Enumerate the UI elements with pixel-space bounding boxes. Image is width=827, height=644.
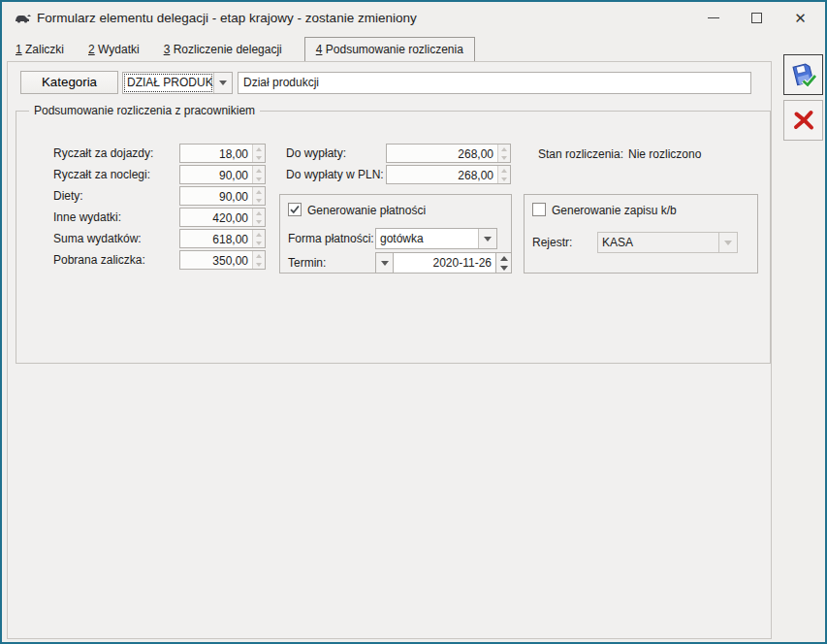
spin-up-icon[interactable] — [496, 253, 511, 263]
spinner-icon — [497, 166, 510, 183]
field-suma-wydatkow[interactable]: 618,00 — [179, 229, 266, 248]
termin-date-field[interactable]: 2020-11-26 — [393, 252, 496, 274]
rejestr-value: KASA — [598, 233, 718, 252]
spinner-icon — [252, 230, 265, 247]
checkmark-icon — [289, 204, 301, 215]
label-ryczalt-dojazdy: Ryczałt za dojazdy: — [53, 146, 153, 160]
save-button[interactable] — [783, 54, 823, 95]
spinner-icon — [497, 145, 510, 162]
category-description-input[interactable]: Dział produkcji — [238, 72, 751, 94]
field-ryczalt-dojazdy[interactable]: 18,00 — [179, 144, 266, 163]
tab-podsumowanie-rozliczenia[interactable]: 4 Podsumowanie rozliczenia — [304, 37, 475, 63]
spinner-icon — [252, 187, 265, 205]
label-suma-wydatkow: Suma wydatków: — [53, 232, 142, 245]
label-inne-wydatki: Inne wydatki: — [53, 210, 121, 224]
forma-platnosci-arrow-button[interactable] — [478, 229, 496, 248]
value-stan-rozliczenia: Nie rozliczono — [628, 147, 701, 161]
payment-groupbox: Generowanie płatności Forma płatności: g… — [279, 194, 512, 274]
cancel-button[interactable] — [783, 100, 823, 141]
spin-down-icon[interactable] — [496, 263, 511, 273]
chevron-down-icon — [724, 241, 732, 245]
kb-groupbox: Generowanie zapisu k/b Rejestr: KASA — [524, 194, 758, 274]
spinner-icon — [252, 166, 265, 183]
kategoria-button[interactable]: Kategoria — [20, 71, 118, 94]
title-bar: Formularz elementu delegacji - etap kraj… — [2, 2, 825, 34]
label-do-wyplaty-pln: Do wypłaty w PLN: — [286, 168, 384, 181]
delegation-car-icon — [14, 13, 31, 24]
field-inne-wydatki[interactable]: 420,00 — [179, 208, 266, 227]
tab-wydatki[interactable]: 2 Wydatki — [86, 38, 142, 62]
label-pobrana-zaliczka: Pobrana zaliczka: — [53, 253, 145, 267]
label-stan-rozliczenia: Stan rozliczenia: — [538, 147, 623, 161]
chevron-down-icon — [219, 80, 227, 85]
category-code-value: DZIAŁ PRODUKCJI — [123, 73, 213, 93]
tab-bar: 1 Zaliczki 2 Wydatki 3 Rozliczenie deleg… — [14, 38, 475, 62]
field-do-wyplaty-pln[interactable]: 268,00 — [386, 165, 511, 184]
chevron-down-icon — [381, 261, 389, 266]
summary-group-title: Podsumowanie rozliczenia z pracownikiem — [29, 104, 260, 117]
tab-rozliczenie-delegacji[interactable]: 3 Rozliczenie delegacji — [162, 38, 284, 62]
save-floppy-icon — [789, 60, 818, 89]
rejestr-arrow-button — [718, 233, 737, 252]
maximize-button[interactable] — [735, 2, 779, 34]
field-pobrana-zaliczka[interactable]: 350,00 — [179, 250, 266, 270]
spinner-icon — [252, 145, 265, 162]
cancel-x-icon — [790, 107, 817, 134]
label-rejestr: Rejestr: — [532, 236, 572, 249]
label-diety: Diety: — [53, 189, 83, 203]
termin-spinner[interactable] — [495, 252, 512, 274]
label-ryczalt-noclegi: Ryczałt za noclegi: — [53, 168, 150, 181]
label-do-wyplaty: Do wypłaty: — [286, 146, 346, 160]
field-ryczalt-noclegi[interactable]: 90,00 — [179, 165, 266, 184]
generowanie-zapisu-kb-checkbox[interactable] — [532, 203, 546, 216]
rejestr-combo: KASA — [597, 232, 738, 253]
maximize-icon — [751, 13, 762, 23]
label-termin: Termin: — [288, 256, 326, 270]
tab-zaliczki[interactable]: 1 Zaliczki — [14, 38, 66, 62]
spinner-icon — [252, 209, 265, 226]
tab-content-panel: Kategoria DZIAŁ PRODUKCJI Dział produkcj… — [7, 61, 772, 639]
forma-platnosci-combo[interactable]: gotówka — [375, 228, 497, 249]
label-generowanie-zapisu-kb: Generowanie zapisu k/b — [552, 204, 677, 217]
chevron-down-icon — [484, 237, 492, 242]
field-do-wyplaty[interactable]: 268,00 — [386, 144, 511, 163]
spinner-icon — [252, 251, 265, 269]
label-forma-platnosci: Forma płatności: — [288, 232, 374, 245]
category-code-combo[interactable]: DZIAŁ PRODUKCJI — [122, 72, 233, 94]
forma-platnosci-value: gotówka — [376, 229, 478, 248]
category-combo-arrow-button[interactable] — [213, 73, 232, 93]
label-generowanie-platnosci: Generowanie płatności — [307, 204, 426, 217]
window-title: Formularz elementu delegacji - etap kraj… — [37, 2, 417, 34]
dialog-window: Formularz elementu delegacji - etap kraj… — [0, 0, 827, 644]
generowanie-platnosci-checkbox[interactable] — [288, 203, 302, 216]
minimize-icon — [708, 17, 719, 18]
close-icon: ✕ — [794, 11, 807, 25]
termin-calendar-dropdown-button[interactable] — [375, 252, 394, 274]
minimize-button[interactable] — [691, 2, 735, 34]
close-button[interactable]: ✕ — [779, 2, 822, 34]
field-diety[interactable]: 90,00 — [179, 186, 266, 206]
